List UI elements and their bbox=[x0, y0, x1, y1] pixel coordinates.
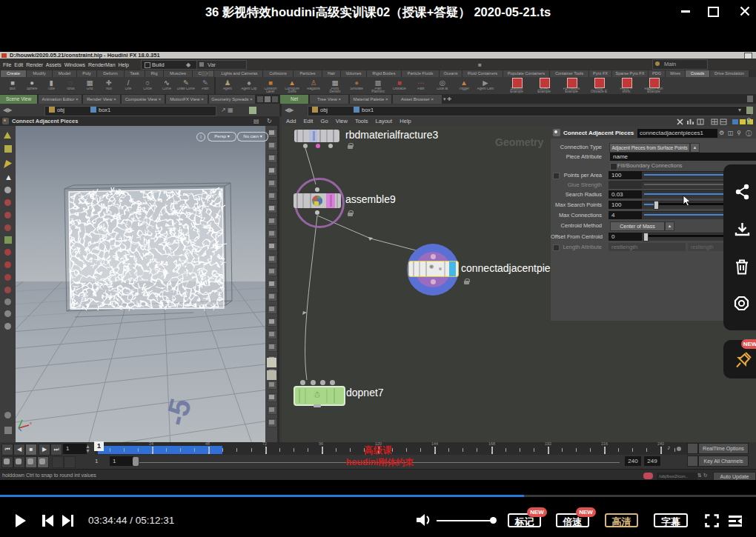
svg-text:x: x bbox=[30, 421, 32, 425]
